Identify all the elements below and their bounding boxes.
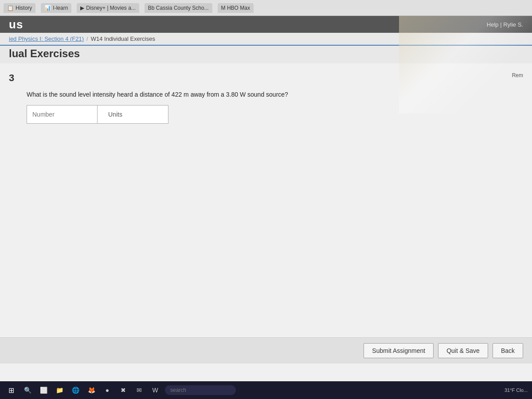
taskbar-search-icon: 🔍 bbox=[21, 384, 34, 396]
history-icon: 📋 bbox=[7, 5, 14, 11]
bb-label: Bb Cassia County Scho... bbox=[148, 5, 209, 11]
answer-row: Units bbox=[27, 105, 523, 124]
hbo-label: M HBO Max bbox=[221, 5, 250, 11]
disney-icon: ▶ bbox=[80, 5, 84, 11]
rem-button[interactable]: Rem bbox=[512, 72, 523, 78]
ilearn-icon: 📊 bbox=[44, 5, 51, 11]
tab-history[interactable]: 📋 History bbox=[4, 3, 35, 13]
browser-content: us Help | Rylie S. ied Physics I: Sectio… bbox=[0, 16, 532, 381]
taskbar-file-explorer-icon[interactable]: 📁 bbox=[53, 384, 66, 396]
taskbar-chrome-icon[interactable]: ● bbox=[101, 384, 113, 396]
quit-save-button[interactable]: Quit & Save bbox=[438, 343, 488, 358]
taskbar-cortana-icon: ⬜ bbox=[37, 384, 50, 396]
lms-app-title: us bbox=[9, 18, 23, 31]
tab-disney[interactable]: ▶ Disney+ | Movies a... bbox=[77, 3, 139, 13]
submit-assignment-button[interactable]: Submit Assignment bbox=[364, 343, 434, 358]
breadcrumb-course[interactable]: ied Physics I: Section 4 (F21) bbox=[9, 35, 84, 42]
taskbar-word-icon[interactable]: W bbox=[149, 384, 161, 396]
tab-history-label: History bbox=[16, 5, 32, 11]
tab-ilearn-label: I-learn bbox=[53, 5, 68, 11]
lms-help-text: Help | Rylie S. bbox=[487, 21, 523, 28]
breadcrumb-separator: / bbox=[86, 35, 88, 42]
bottom-action-bar: Submit Assignment Quit & Save Back bbox=[0, 337, 532, 364]
taskbar-mail-icon[interactable]: ✉ bbox=[133, 384, 145, 396]
tab-bb[interactable]: Bb Cassia County Scho... bbox=[145, 3, 212, 13]
browser-tabbar: 📋 History 📊 I-learn ▶ Disney+ | Movies a… bbox=[0, 0, 532, 16]
taskbar: ⊞ 🔍 ⬜ 📁 🌐 🦊 ● ✖ ✉ W 31°F Clo... bbox=[0, 381, 532, 399]
taskbar-firefox-icon[interactable]: 🦊 bbox=[85, 384, 98, 396]
taskbar-search-input[interactable] bbox=[165, 385, 236, 395]
lms-header: us Help | Rylie S. bbox=[0, 16, 532, 33]
taskbar-right: 31°F Clo... bbox=[505, 387, 528, 393]
question-text: What is the sound level intensity heard … bbox=[27, 91, 523, 98]
taskbar-x-icon[interactable]: ✖ bbox=[117, 384, 129, 396]
main-content: Rem 3 What is the sound level intensity … bbox=[0, 63, 532, 312]
weather-display: 31°F Clo... bbox=[505, 387, 528, 393]
back-button[interactable]: Back bbox=[493, 343, 523, 358]
units-display: Units bbox=[98, 105, 168, 124]
breadcrumb-bar: ied Physics I: Section 4 (F21) / W14 Ind… bbox=[0, 33, 532, 46]
question-number: 3 bbox=[9, 72, 523, 84]
breadcrumb-current: W14 Individual Exercises bbox=[91, 35, 155, 42]
tab-disney-label: Disney+ | Movies a... bbox=[86, 5, 136, 11]
tab-ilearn[interactable]: 📊 I-learn bbox=[41, 3, 71, 13]
tab-hbo[interactable]: M HBO Max bbox=[218, 3, 254, 13]
page-title: lual Exercises bbox=[0, 46, 532, 63]
taskbar-edge-icon[interactable]: 🌐 bbox=[69, 384, 82, 396]
start-button[interactable]: ⊞ bbox=[4, 383, 18, 397]
number-input[interactable] bbox=[27, 105, 98, 124]
